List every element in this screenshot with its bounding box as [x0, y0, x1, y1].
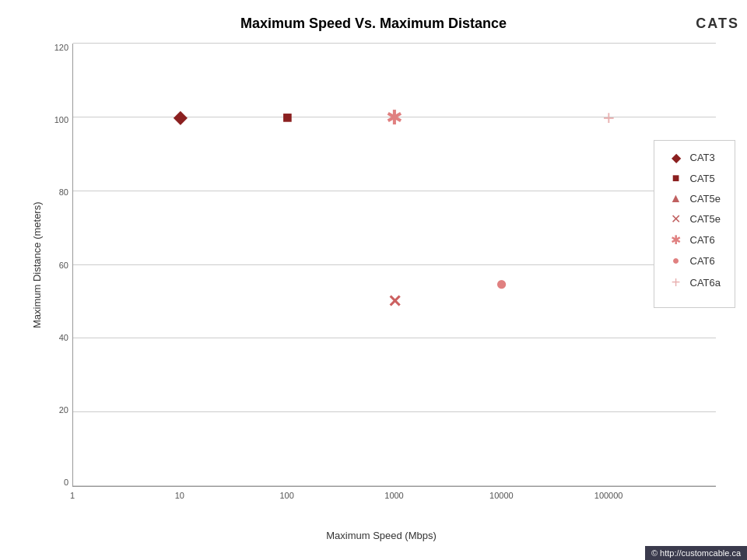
- x-tick-100: 100: [279, 491, 293, 500]
- legend-item-cat5e-tri: ▲ CAT5e: [668, 191, 721, 205]
- legend-label-cat5e-tri: CAT5e: [690, 193, 721, 205]
- plot-and-yaxis: 0 20 40 60 80 100 120: [47, 44, 716, 487]
- plot-area: ◆ ■ ✱ ✕ ● +: [72, 44, 716, 487]
- chart-container: Maximum Speed Vs. Maximum Distance Maxim…: [31, 16, 716, 544]
- legend-label-cat6-dot: CAT6: [690, 255, 715, 267]
- x-tick-10: 10: [175, 491, 184, 500]
- y-tick-120: 120: [47, 44, 68, 52]
- chart-body: Maximum Distance (meters) 0 20 40 60 80 …: [31, 44, 716, 541]
- grid-line-40: [73, 338, 716, 338]
- x-axis-label: Maximum Speed (Mbps): [47, 530, 716, 541]
- legend-item-cat6-dot: ● CAT6: [668, 254, 721, 268]
- y-tick-40: 40: [47, 334, 68, 342]
- y-tick-60: 60: [47, 261, 68, 270]
- legend-label-cat6a: CAT6a: [690, 277, 721, 289]
- cat5-symbol: ■: [668, 171, 684, 185]
- data-point-cat6-star: ✱: [386, 105, 403, 129]
- cats-label: CATS: [696, 16, 739, 32]
- legend-item-cat6-star: ✱ CAT6: [668, 233, 721, 247]
- y-ticks: 0 20 40 60 80 100 120: [47, 44, 68, 487]
- grid-line-120: [73, 43, 716, 44]
- grid-line-80: [73, 191, 716, 191]
- data-point-cat6a: +: [603, 105, 615, 129]
- cat6a-symbol: +: [668, 274, 684, 292]
- legend-item-cat3: ◆ CAT3: [668, 150, 721, 165]
- data-point-cat5: ■: [282, 107, 293, 128]
- legend-label-cat5: CAT5: [690, 173, 715, 184]
- y-tick-0: 0: [47, 478, 68, 487]
- data-point-cat6-dot: ●: [496, 271, 508, 296]
- legend-label-cat5e-x: CAT5e: [690, 213, 721, 225]
- grid-line-0: [73, 485, 716, 486]
- footer: © http://customcable.ca: [645, 546, 747, 560]
- cat6-star-symbol: ✱: [668, 233, 684, 247]
- legend-label-cat6-star: CAT6: [690, 234, 715, 246]
- chart-title: Maximum Speed Vs. Maximum Distance: [31, 16, 716, 32]
- cat5e-x-symbol: ✕: [668, 212, 684, 226]
- y-tick-20: 20: [47, 406, 68, 415]
- y-tick-100: 100: [47, 116, 68, 124]
- legend-item-cat6a: + CAT6a: [668, 274, 721, 292]
- x-tick-1000: 1000: [384, 491, 403, 500]
- grid-line-20: [73, 411, 716, 412]
- data-point-cat5e-x: ✕: [388, 292, 402, 312]
- cat6-dot-symbol: ●: [668, 254, 684, 268]
- grid-line-60: [73, 264, 716, 265]
- x-tick-1: 1: [70, 491, 75, 500]
- cat3-symbol: ◆: [668, 150, 684, 165]
- y-tick-80: 80: [47, 188, 68, 197]
- y-axis-label: Maximum Distance (meters): [31, 44, 43, 487]
- x-axis-ticks: 1 10 100 1000 10000 100000: [72, 491, 716, 508]
- x-tick-100000: 100000: [594, 491, 623, 500]
- x-tick-10000: 10000: [489, 491, 514, 500]
- chart-area-wrapper: 0 20 40 60 80 100 120: [47, 44, 716, 541]
- cat5e-tri-symbol: ▲: [668, 191, 684, 205]
- data-point-cat3: ◆: [174, 107, 187, 128]
- legend-label-cat3: CAT3: [690, 152, 715, 163]
- legend-item-cat5: ■ CAT5: [668, 171, 721, 185]
- legend-item-cat5e-x: ✕ CAT5e: [668, 212, 721, 226]
- legend: ◆ CAT3 ■ CAT5 ▲ CAT5e ✕ CAT5e ✱ CAT6 ● C…: [654, 140, 736, 308]
